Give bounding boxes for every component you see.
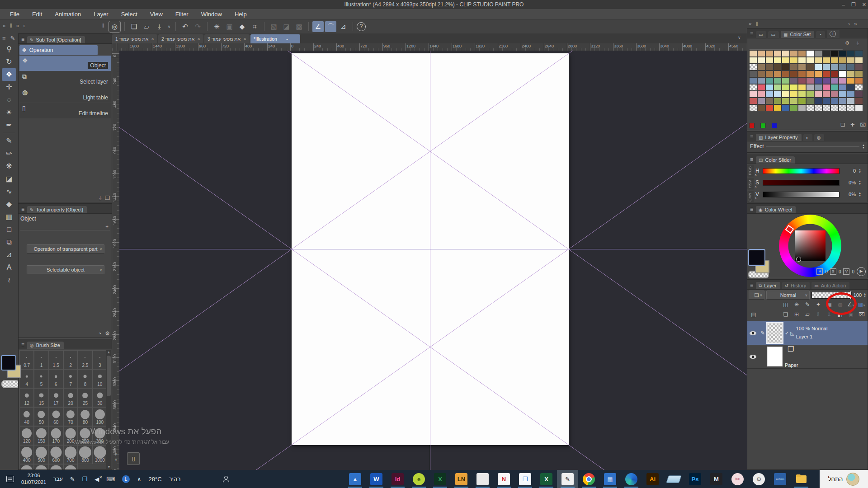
color-swatch[interactable] [814,64,822,70]
help-icon[interactable]: ? [357,22,366,31]
slider-mode-hsv[interactable]: HSV [747,178,754,190]
brush-menu-icon[interactable]: ≡ [20,342,25,349]
layer-thumbnail[interactable] [767,347,783,366]
color-swatch[interactable] [798,98,806,104]
layer-thumbnail[interactable] [767,323,783,343]
snap-grid-icon[interactable]: ⊿ [338,21,349,32]
brush-size-800[interactable]: 800 [78,445,92,464]
color-swatch[interactable] [757,77,765,84]
brush-size-30[interactable]: 30 [93,388,107,407]
right-collapse-arrows-right[interactable]: ›» [848,21,857,27]
menu-select[interactable]: Select [115,9,144,20]
color-swatch[interactable] [806,98,814,104]
color-swatch[interactable] [774,77,782,84]
scanner-app[interactable] [663,470,684,488]
color-swatch[interactable] [806,91,814,98]
color-swatch[interactable] [847,50,855,57]
clock-app-icon[interactable]: L [122,475,130,483]
color-swatch[interactable] [757,84,765,91]
brush-size-7[interactable]: 7 [63,369,78,388]
layer-name[interactable]: Layer 1 [796,333,828,341]
brush-size-5[interactable]: 5 [34,369,48,388]
excel-app[interactable]: X [536,470,557,488]
color-swatch[interactable] [847,77,855,84]
photoshop-app[interactable]: Ps [684,470,706,488]
subtool-tab[interactable]: ✎ Sub Tool [Operation] [27,36,85,43]
maximize-button[interactable]: ❒ [851,2,856,8]
colorslider-menu-icon[interactable]: ≡ [749,156,754,164]
color-swatch[interactable] [822,98,830,104]
ln-app[interactable]: LN [451,470,472,488]
color-swatch[interactable] [839,84,847,91]
x-dark-app[interactable]: X [429,470,451,488]
color-swatch[interactable] [855,50,863,57]
color-swatch[interactable] [806,64,814,70]
language-indicator[interactable]: עבר [53,476,63,482]
color-swatch[interactable] [790,57,798,64]
new-file-icon[interactable]: ❏ [128,21,140,32]
refresh-icon[interactable]: ✳ [211,21,222,32]
notification-icon[interactable] [6,476,14,482]
wrench-icon[interactable]: ⚙ [845,40,849,46]
hue-slider[interactable]: ∧ [763,168,840,174]
menu-edit[interactable]: Edit [26,9,48,20]
colorwheel-menu-icon[interactable]: ≡ [749,206,754,213]
gray-gear-app[interactable]: ⚙ [748,470,769,488]
color-swatch[interactable] [782,70,790,77]
timeline-toggle-button[interactable]: ▯ [127,452,140,465]
rotate-canvas-tool[interactable]: ↻ [0,56,18,68]
border-effect-tab[interactable]: ◐ [803,134,812,141]
doc-tab-1[interactable]: את מסעי עמוד 1✕ [112,34,157,43]
color-swatch[interactable] [839,77,847,84]
draft-layer-icon[interactable]: ✎ [803,300,812,309]
snap-curve-icon[interactable]: ⌒ [325,21,336,32]
color-swatch[interactable] [822,77,830,84]
brush-size-50[interactable]: 50 [34,407,48,426]
brush-size-170[interactable]: 170 [49,426,63,445]
color-swatch[interactable] [839,50,847,57]
text-tool[interactable]: A [0,261,18,274]
default-color-marker[interactable] [772,123,777,128]
color-swatch[interactable] [765,104,774,111]
color-swatch[interactable] [765,91,774,98]
color-swatch[interactable] [782,98,790,104]
subtool-object[interactable]: ❖Object [19,56,111,71]
color-swatch[interactable] [847,64,855,70]
color-swatch[interactable] [847,57,855,64]
doc-tab-2[interactable]: את מסעי עמוד 2✕ [158,34,203,43]
chevron-down-icon[interactable]: ∨ [113,457,119,463]
blend-tool[interactable]: ∿ [0,185,18,198]
color-swatch[interactable] [782,91,790,98]
color-swatch[interactable] [847,104,855,111]
select-tone-icon[interactable]: ◪ [281,21,292,32]
color-swatch[interactable] [774,98,782,104]
brush-scrollbar[interactable]: ▲ ▼ [106,350,111,469]
brush-size-15[interactable]: 15 [34,388,48,407]
saturation-spinner[interactable]: ▲▼ [859,180,861,185]
color-swatch[interactable] [790,84,798,91]
color-swatch[interactable] [757,64,765,70]
chevron-up-icon[interactable]: ∧ [113,451,119,457]
color-slider-tab[interactable]: ▤ Color Slider [756,156,795,164]
color-swatch[interactable] [806,57,814,64]
scroll-up-icon[interactable]: ▲ [107,350,111,354]
color-swatch[interactable] [855,57,863,64]
brush-size-120[interactable]: 120 [19,426,34,445]
edge-app[interactable] [621,470,642,488]
layer-menu-icon[interactable]: ≡ [749,282,754,289]
weather-condition[interactable]: בהיר [169,476,181,483]
collapse-arrow-icon[interactable]: « [16,23,19,29]
clip-studio-logo-icon[interactable]: ◎ [108,21,121,33]
color-swatch[interactable] [839,98,847,104]
color-swatch[interactable] [847,91,855,98]
right-collapse-arrows-left[interactable]: «‖ [749,21,758,27]
clip-to-layer-below-icon[interactable]: ◫ [781,300,790,309]
calendar-app[interactable]: ▦ [599,470,621,488]
color-swatch[interactable] [782,104,790,111]
toolprop-tab[interactable]: ✎ Tool property [Object] [27,206,87,213]
subtool-select-layer[interactable]: ⧉Select layer [19,71,111,87]
brush-size-20[interactable]: 20 [63,388,78,407]
color-swatch[interactable] [847,84,855,91]
brush-size-3[interactable]: 3 [93,350,107,369]
color-swatch[interactable] [814,91,822,98]
